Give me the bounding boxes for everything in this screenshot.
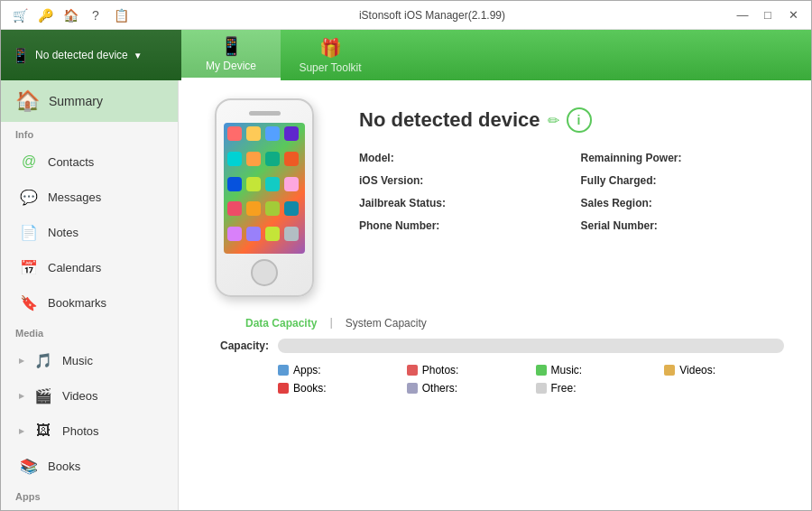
app-icon — [246, 126, 261, 141]
legend-music-dot — [536, 365, 547, 376]
minimize-button[interactable]: — — [732, 5, 753, 26]
device-phone-icon: 📱 — [12, 47, 30, 64]
app-icon — [227, 201, 242, 216]
tab-my-device[interactable]: 📱 My Device — [181, 30, 281, 80]
app-icon — [246, 227, 261, 241]
device-selector-label: No detected device — [35, 49, 128, 61]
tab-data-capacity[interactable]: Data Capacity — [242, 315, 320, 331]
info-model-row: Model: — [359, 151, 563, 164]
window-controls: — □ ✕ — [732, 5, 804, 26]
capacity-bar-row: Capacity: — [206, 339, 784, 353]
info-fully-charged-row: Fully Charged: — [581, 173, 785, 187]
sidebar-item-contacts[interactable]: @ Contacts — [5, 144, 174, 179]
sidebar-section-info: Info — [1, 122, 178, 144]
fully-charged-label: Fully Charged: — [581, 174, 657, 187]
sidebar-section-media: Media — [1, 321, 178, 342]
videos-icon: 🎬 — [33, 386, 53, 405]
legend-apps: Apps: — [278, 364, 398, 376]
help-icon[interactable]: ? — [84, 4, 107, 27]
sidebar-contacts-label: Contacts — [48, 155, 94, 169]
legend-photos-label: Photos: — [422, 364, 459, 376]
info-ios-row: iOS Version: — [359, 173, 563, 187]
contacts-icon: @ — [19, 152, 39, 172]
nav-tabs: 📱 My Device 🎁 Super Toolkit — [181, 30, 380, 80]
sidebar-item-notes[interactable]: 📄 Notes — [5, 215, 174, 249]
info-circle-icon[interactable]: i — [567, 107, 592, 133]
cart-icon[interactable]: 🛒 — [8, 4, 32, 27]
legend-free: Free: — [536, 382, 656, 395]
phone-label: Phone Number: — [359, 219, 439, 232]
app-icon — [227, 227, 242, 241]
sidebar-item-music[interactable]: ▶ 🎵 Music — [5, 343, 174, 377]
iphone-screen — [224, 123, 305, 254]
legend-music-label: Music: — [551, 364, 583, 376]
sidebar-music-label: Music — [62, 354, 93, 367]
sidebar-calendars-label: Calendars — [48, 261, 101, 274]
titlebar-icons: 🛒 🔑 🏠 ? 📋 — [8, 4, 133, 27]
close-button[interactable]: ✕ — [782, 5, 804, 26]
legend-books-label: Books: — [293, 382, 327, 395]
legend-others: Others: — [407, 382, 527, 395]
sidebar-videos-label: Videos — [62, 389, 98, 403]
photos-icon: 🖼 — [33, 421, 53, 441]
legend-free-dot — [536, 383, 547, 394]
iphone-speaker — [249, 111, 281, 116]
summary-icon: 🏠 — [15, 89, 40, 113]
legend-photos: Photos: — [407, 364, 527, 376]
legend-videos-label: Videos: — [679, 364, 715, 376]
iphone-home-button — [251, 259, 278, 286]
videos-expand-icon: ▶ — [19, 392, 24, 400]
sidebar-item-calendars[interactable]: 📅 Calendars — [5, 250, 174, 284]
main-layout: 🏠 Summary Info @ Contacts 💬 Messages 📄 N… — [1, 80, 811, 511]
sidebar-item-photos[interactable]: ▶ 🖼 Photos — [5, 413, 174, 448]
bookmarks-icon: 🔖 — [19, 293, 39, 312]
cap-divider: | — [329, 315, 332, 331]
info-sales-region-row: Sales Region: — [581, 196, 785, 209]
info-serial-row: Serial Number: — [581, 218, 785, 232]
books-icon: 📚 — [19, 456, 39, 476]
app-icon — [284, 227, 299, 241]
capacity-section: Data Capacity | System Capacity Capacity… — [206, 315, 784, 395]
sidebar-section-apps: Apps — [1, 484, 178, 506]
tab-super-toolkit[interactable]: 🎁 Super Toolkit — [281, 30, 380, 80]
maximize-button[interactable]: □ — [757, 5, 779, 26]
app-title: iStonsoft iOS Manager(2.1.99) — [133, 9, 732, 22]
phone-image — [206, 98, 323, 297]
app-icon — [246, 152, 261, 166]
info-jailbreak-row: Jailbreak Status: — [359, 196, 563, 209]
device-selector[interactable]: 📱 No detected device ▼ — [1, 30, 181, 80]
legend-books: Books: — [278, 382, 398, 395]
sidebar-item-messages[interactable]: 💬 Messages — [5, 180, 174, 214]
clipboard-icon[interactable]: 📋 — [109, 4, 133, 27]
remaining-power-label: Remainning Power: — [581, 152, 682, 164]
sidebar-notes-label: Notes — [48, 226, 78, 239]
sales-region-label: Sales Region: — [581, 197, 652, 209]
sidebar-bookmarks-label: Bookmarks — [48, 296, 106, 310]
sidebar-item-books[interactable]: 📚 Books — [5, 449, 174, 483]
home-icon[interactable]: 🏠 — [59, 4, 82, 27]
sidebar-item-bookmarks[interactable]: 🔖 Bookmarks — [5, 285, 174, 320]
serial-label: Serial Number: — [581, 219, 658, 232]
messages-icon: 💬 — [19, 187, 39, 207]
music-icon: 🎵 — [33, 350, 53, 370]
legend-music: Music: — [536, 364, 656, 376]
model-label: Model: — [359, 152, 394, 164]
key-icon[interactable]: 🔑 — [33, 4, 57, 27]
titlebar: 🛒 🔑 🏠 ? 📋 iStonsoft iOS Manager(2.1.99) … — [1, 1, 811, 30]
app-icon — [284, 177, 299, 191]
sidebar-item-videos[interactable]: ▶ 🎬 Videos — [5, 378, 174, 413]
info-remaining-power-row: Remainning Power: — [581, 151, 785, 164]
edit-icon[interactable]: ✏ — [548, 112, 559, 129]
info-phone-row: Phone Number: — [359, 218, 563, 232]
music-expand-icon: ▶ — [19, 357, 24, 365]
sidebar-item-summary[interactable]: 🏠 Summary — [1, 80, 178, 122]
calendars-icon: 📅 — [19, 257, 39, 277]
tab-system-capacity[interactable]: System Capacity — [342, 315, 430, 331]
legend-others-label: Others: — [422, 382, 457, 395]
dropdown-arrow-icon: ▼ — [134, 51, 143, 60]
legend-free-label: Free: — [551, 382, 577, 395]
sidebar-item-apps[interactable]: ⊞ Apps — [5, 506, 174, 511]
app-icon — [265, 126, 280, 141]
my-device-icon: 📱 — [220, 35, 243, 57]
device-name: No detected device — [359, 108, 540, 132]
